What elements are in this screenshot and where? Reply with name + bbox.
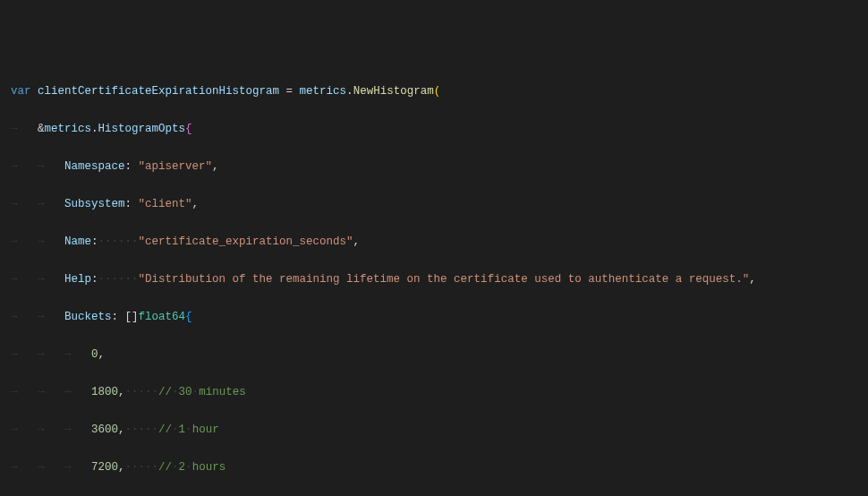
code-line: → → → 7200,·····//·2·hours [11, 458, 868, 477]
func-call: NewHistogram [353, 85, 434, 98]
comment: //·30·minutes [158, 386, 246, 398]
code-line: → → Namespace: "apiserver", [11, 158, 868, 176]
field-name: Name [64, 235, 91, 248]
comment: //·1·hour [158, 423, 219, 436]
code-line: → → Subsystem: "client", [11, 195, 868, 214]
field-name: Help [64, 273, 91, 286]
number-literal: 0 [91, 348, 98, 361]
code-line: var clientCertificateExpirationHistogram… [11, 82, 868, 101]
string-literal: "Distribution of the remaining lifetime … [139, 273, 750, 286]
string-literal: "certificate_expiration_seconds" [139, 235, 353, 248]
code-line: → → → 0, [11, 346, 868, 364]
code-line: → → Buckets: []float64{ [11, 308, 868, 327]
comment: //·2·hours [158, 461, 226, 474]
identifier: clientCertificateExpirationHistogram [38, 85, 279, 98]
code-line: → → → 3600,·····//·1·hour [11, 421, 868, 440]
code-line: → → Help:······"Distribution of the rema… [11, 270, 868, 289]
code-line: → → Name:······"certificate_expiration_s… [11, 233, 868, 252]
string-literal: "apiserver" [139, 160, 213, 173]
field-name: Subsystem [64, 198, 125, 210]
keyword-var: var [11, 85, 31, 98]
number-literal: 1800 [91, 386, 118, 398]
code-line: → &metrics.HistogramOpts{ [11, 120, 868, 139]
field-name: Buckets [64, 311, 112, 323]
number-literal: 3600 [91, 423, 118, 436]
string-literal: "client" [139, 198, 192, 210]
code-line: → → → 1800,·····//·30·minutes [11, 383, 868, 402]
field-name: Namespace [64, 160, 125, 173]
number-literal: 7200 [91, 461, 118, 474]
